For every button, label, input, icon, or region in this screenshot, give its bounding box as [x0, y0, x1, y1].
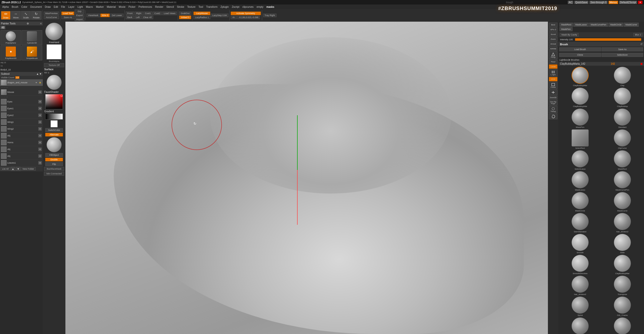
nav-xyz-btn[interactable]: XYZ [549, 77, 557, 81]
nav-zoom-btn[interactable]: Zoom [549, 37, 557, 41]
menu-draw[interactable]: Draw [44, 5, 52, 9]
switch-color-btn[interactable]: SwitchColor [45, 128, 63, 132]
menus-btn[interactable]: Menus [609, 1, 618, 4]
nav-aamat-btn[interactable]: AAMat [549, 47, 557, 51]
canvas-area[interactable]: ↻ [65, 22, 548, 334]
subtool-eye8-icon[interactable]: 👁 [38, 134, 42, 137]
sdiv5-btn[interactable]: 5Div 5 [100, 14, 110, 17]
subtool-arrow-down[interactable]: ▼ [16, 167, 21, 171]
maskcurvepen-btn[interactable]: MaskCurvePen [589, 23, 608, 27]
nav-rotate-btn[interactable] [549, 114, 557, 119]
menu-document[interactable]: Document [29, 5, 43, 9]
tool-polymesh3d[interactable]: ✱ PolyMesh3D [1, 46, 21, 60]
brush-item-claybuildupmar[interactable]: ClayBuildupMar [559, 67, 601, 87]
menu-render[interactable]: Render [154, 5, 165, 9]
viewmask-btn[interactable]: ViewMask [87, 14, 100, 17]
nav-frame-btn[interactable]: Frame [549, 82, 557, 89]
subtool-item-wing2[interactable]: Wing2 👁 [0, 126, 43, 132]
brush-item-claybuildup[interactable]: ClayBuildup [602, 88, 643, 107]
subtool-item-obj1[interactable]: obj 👁 [0, 132, 43, 139]
nav-persp-btn[interactable]: Persp [549, 51, 557, 59]
lazymouse-btn[interactable]: LazyMouse [193, 12, 210, 15]
right-btn[interactable]: Rlght [135, 12, 143, 15]
new-folder-btn[interactable]: New Folder [21, 167, 36, 171]
menu-material[interactable]: Material [106, 5, 117, 9]
menu-stencil[interactable]: Stencil [165, 5, 175, 9]
tool-cylinder3d[interactable]: Cylinder3D [22, 30, 42, 45]
menu-zscript[interactable]: Zscript [230, 5, 240, 9]
brush-item-selectrect[interactable]: SelectRect [559, 129, 601, 149]
subtool-eye11-icon[interactable]: 👁 [38, 154, 42, 158]
quicksave-btn[interactable]: QuickSave [574, 1, 588, 4]
double-btn[interactable]: Double [45, 158, 63, 161]
intensity-bar[interactable] [575, 38, 641, 41]
list-all-btn[interactable]: List All [1, 167, 10, 171]
subtool-eye7-icon[interactable]: 👁 [38, 127, 42, 131]
clearall-btn[interactable]: Clear All [142, 16, 153, 19]
brush-refresh-icon[interactable]: ↺ [640, 43, 642, 46]
export-btn[interactable]: Export [75, 14, 84, 17]
back-btn[interactable]: Back [126, 16, 134, 19]
subtool-item-leaves1[interactable]: Leaves1 👁 [0, 160, 43, 166]
subtool-eye5-icon[interactable]: 👁 [38, 114, 42, 117]
trayright-btn[interactable]: Tray Right [263, 14, 276, 17]
menu-color[interactable]: Color [20, 5, 29, 9]
brushes-label[interactable]: Brushes [571, 59, 579, 61]
subtool-eye9-icon[interactable]: 👁 [38, 141, 42, 144]
close-btn[interactable]: ✕ [638, 1, 642, 4]
brush-item-orbcracks[interactable]: Orb_Cracks [602, 296, 643, 316]
menu-marker[interactable]: Marker [95, 5, 105, 9]
subtool-item-eyes2[interactable]: Eyes2 👁 [0, 112, 43, 119]
menu-empty[interactable]: empty [255, 5, 265, 9]
masklasso-btn[interactable]: MaskLasso [574, 23, 589, 27]
front-btn[interactable]: Front [126, 12, 134, 15]
coord-btn[interactable]: -0.136,0.023,-0.098 [237, 16, 260, 19]
brush-item-masklasso[interactable]: MaskLasso [559, 171, 601, 191]
subtool-lock-icon[interactable]: 🔒 [38, 81, 42, 84]
nav-actual-btn[interactable]: Actual [549, 42, 557, 46]
color-picker[interactable] [45, 94, 63, 109]
menu-stroke[interactable]: Stroke [176, 5, 185, 9]
brush-item-claybuildupmar3[interactable]: ClayBuildupMar [602, 255, 643, 275]
menu-movie[interactable]: Movie [117, 5, 127, 9]
subtool-eye3-icon[interactable]: 👁 [38, 100, 42, 103]
nav-best-btn[interactable]: Best [549, 23, 557, 27]
alternate-btn[interactable]: Alternate [45, 133, 63, 136]
subtool-item-obj2[interactable]: obj 👁 [0, 146, 43, 153]
nav-local-btn[interactable]: Local [549, 64, 557, 69]
subtool-item-eyes1[interactable]: Eyes1 👁 [0, 105, 43, 112]
brush-item-spiral[interactable]: Spiral [559, 296, 601, 316]
menu-edit[interactable]: Edit [53, 5, 59, 9]
brush-item-claybuildupmar2[interactable]: ClayBuildupMar [559, 88, 601, 107]
tool-polysphere[interactable]: PolySphere [1, 30, 21, 45]
brush-item-transpose[interactable]: Transpose [602, 276, 643, 295]
texture-off-btn[interactable]: Texture Off [44, 63, 64, 67]
left-btn[interactable]: Left [134, 16, 141, 19]
brush-item-slide[interactable]: Slide [602, 234, 643, 254]
menu-file[interactable]: File [60, 5, 66, 9]
subtool-item-wing1[interactable]: Wing1 👁 [0, 119, 43, 126]
subtool-eye12-icon[interactable]: 👁 [38, 161, 42, 165]
subtool-item-mouse[interactable]: Mouse 👁 [0, 89, 43, 96]
brush-item-standard[interactable]: Standard [602, 108, 643, 128]
defaultzscript-btn[interactable]: DefaultZScript [619, 1, 637, 4]
brush-item-damstandard[interactable]: DamStandard [559, 213, 601, 233]
load-tool-btn[interactable]: Load Tool [61, 12, 74, 15]
subtool-eye-icon[interactable]: 👁 [34, 81, 38, 84]
nav-move-btn[interactable] [549, 90, 557, 95]
menu-layer[interactable]: Layer [67, 5, 76, 9]
grp-btn[interactable]: Grp [75, 10, 84, 13]
activate-symmetry-btn[interactable]: Activate Symmetry [231, 12, 261, 15]
brush-item-maskcurve[interactable]: MaskCurve [602, 192, 643, 212]
save-as-btn[interactable]: Save As [61, 16, 74, 19]
subtool-down-icon[interactable]: ▼ [39, 72, 42, 75]
subtool-arrow-up[interactable]: ▲ [11, 167, 15, 171]
ac-button[interactable]: AC [568, 1, 573, 4]
subtool-item-obj3[interactable]: obj 👁 [0, 153, 43, 160]
nav-zoom3d-btn[interactable]: Zoom3D [549, 96, 557, 99]
select-icon-btn[interactable]: SelectIcon [601, 53, 643, 57]
menu-brush[interactable]: Brush [11, 5, 20, 9]
seethrough-btn[interactable]: See-through 0 [589, 1, 607, 4]
nav-polyf-btn[interactable]: One PipPolyF [549, 100, 557, 105]
load-brush-btn[interactable]: Load Brush [559, 47, 601, 51]
